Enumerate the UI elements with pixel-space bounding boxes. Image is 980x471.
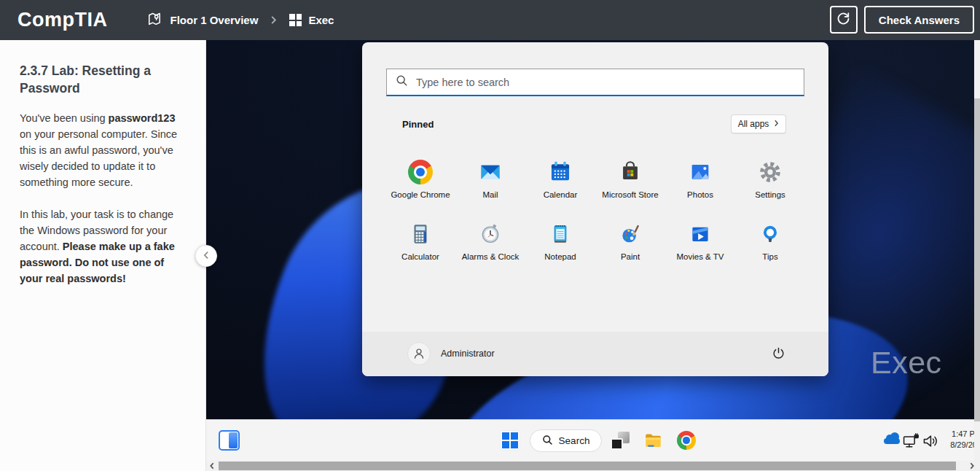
taskbar-search-button[interactable]: Search [530,429,602,452]
lab-title: 2.3.7 Lab: Resetting a Password [20,62,187,97]
pinned-section-label: Pinned [402,119,434,130]
start-app-tips[interactable]: Tips [735,212,805,274]
windows-start-icon [502,432,518,448]
start-app-calculator[interactable]: Calculator [385,212,455,274]
start-menu-user-bar: Administrator [362,332,828,376]
start-search-input[interactable] [416,77,795,88]
scroll-right-arrow-icon[interactable] [967,461,977,471]
chevron-right-icon [270,15,278,25]
taskbar-clock[interactable]: 1:47 PM 8/29/202 [936,429,974,451]
network-icon[interactable] [901,432,920,451]
notepad-icon [548,222,573,246]
app-label: Tips [762,252,777,261]
chevron-right-icon [774,119,779,129]
app-label: Movies & TV [677,252,724,261]
app-label: Microsoft Store [602,190,658,199]
pinned-apps-grid: Google Chrome Mail Calendar Microsoft St… [385,150,805,274]
chrome-icon [408,160,433,184]
all-apps-label: All apps [738,119,769,129]
paint-palette-icon [618,222,643,246]
lab-intro-paragraph: You've been using password123 on your pe… [20,110,187,190]
calculator-icon [408,222,433,246]
search-icon [396,74,408,90]
lab-task-paragraph: In this lab, your task is to change the … [20,206,187,287]
lab-environment: CompTIA Floor 1 Overview Ex [0,0,980,471]
breadcrumb-node-label: Exec [308,14,334,26]
refresh-icon [836,11,851,28]
user-account-button[interactable]: Administrator [407,342,495,365]
app-label: Calculator [401,252,439,261]
top-bar: CompTIA Floor 1 Overview Ex [0,0,980,40]
chevron-left-icon [203,249,210,262]
check-answers-button[interactable]: Check Answers [864,6,974,34]
refresh-button[interactable] [830,6,858,34]
app-label: Calendar [544,190,578,199]
start-app-calendar[interactable]: Calendar [525,150,595,212]
app-label: Settings [755,190,785,199]
breadcrumb-floor-label: Floor 1 Overview [170,14,258,26]
sidebar-collapse-button[interactable] [195,245,217,267]
start-app-google-chrome[interactable]: Google Chrome [385,150,455,212]
task-view-icon[interactable] [611,432,630,450]
settings-gear-icon [758,160,783,184]
start-app-notepad[interactable]: Notepad [525,212,595,274]
taskbar: Search 1:47 PM 8/29/202 [206,419,974,461]
lab-instructions-panel: 2.3.7 Lab: Resetting a Password You've b… [0,40,206,471]
start-menu: Pinned All apps Google Chrome Mail [362,42,828,376]
calendar-icon [548,160,573,184]
app-label: Mail [482,190,498,199]
horizontal-scrollbar-thumb[interactable] [219,462,956,470]
breadcrumb: Floor 1 Overview Exec [147,11,334,29]
start-app-mail[interactable]: Mail [455,150,525,212]
breadcrumb-exec[interactable]: Exec [289,14,334,26]
taskbar-search-label: Search [559,435,590,446]
start-app-settings[interactable]: Settings [735,150,805,212]
start-app-alarms-clock[interactable]: Alarms & Clock [455,212,525,274]
movies-tv-icon [688,222,713,246]
scroll-left-arrow-icon[interactable] [207,461,217,471]
app-label: Notepad [544,252,576,261]
horizontal-scrollbar[interactable] [206,461,980,471]
app-label: Paint [621,252,640,261]
all-apps-button[interactable]: All apps [731,114,786,133]
start-app-photos[interactable]: Photos [665,150,735,212]
microsoft-store-icon [618,160,643,184]
alarm-clock-icon [478,222,503,246]
comptia-logo: CompTIA [17,9,107,31]
vertical-scrollbar[interactable] [974,40,980,461]
start-app-paint[interactable]: Paint [595,212,665,274]
user-avatar-icon [407,342,431,365]
app-label: Photos [687,190,713,199]
chrome-icon[interactable] [677,431,696,450]
machine-watermark: Exec [871,345,942,381]
app-label: Alarms & Clock [462,252,520,261]
windows-icon [289,14,302,26]
top-bar-actions: Check Answers [830,6,974,34]
user-name-label: Administrator [441,349,495,359]
start-app-movies-tv[interactable]: Movies & TV [665,212,735,274]
app-label: Google Chrome [391,190,450,199]
search-icon [542,435,553,448]
map-icon [147,11,163,29]
power-button[interactable] [769,345,788,364]
onedrive-cloud-icon[interactable] [883,435,901,447]
vertical-scrollbar-thumb[interactable] [974,98,980,421]
file-explorer-icon[interactable] [643,430,664,451]
start-search-box [386,69,804,96]
power-icon [772,346,785,363]
tips-bulb-icon [758,222,783,246]
breadcrumb-floor-overview[interactable]: Floor 1 Overview [147,11,258,29]
clock-time: 1:47 PM [936,429,974,440]
widgets-icon[interactable] [219,430,240,451]
clock-date: 8/29/202 [936,440,974,451]
mail-icon [478,160,503,184]
start-app-microsoft-store[interactable]: Microsoft Store [595,150,665,212]
start-button[interactable] [500,430,520,451]
photos-icon [688,160,713,184]
